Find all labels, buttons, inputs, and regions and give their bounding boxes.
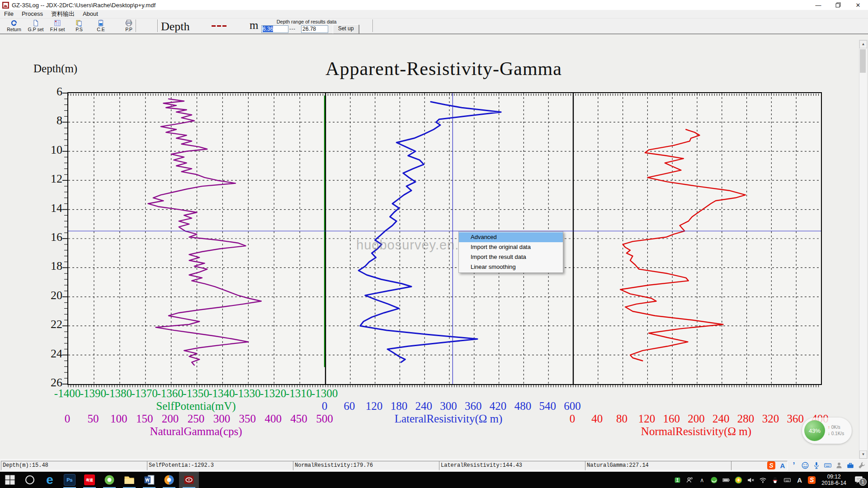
axis-tick-label: 180: [391, 400, 408, 413]
set-up-button[interactable]: Set up: [333, 24, 359, 34]
chevron-up-icon[interactable]: ∧: [696, 472, 708, 488]
keyboard-blue-icon: [824, 461, 832, 469]
qq-icon: [771, 476, 779, 484]
toolbar-button-fhset[interactable]: F.H set: [47, 19, 68, 33]
plusball-icon[interactable]: [732, 472, 745, 488]
net-speed-widget[interactable]: 43% ↑ 0K/s ↓ 0.1K/s: [802, 418, 852, 444]
menu-bar: FileProcess资料输出About: [0, 10, 868, 19]
toolbar-button-return[interactable]: Return: [4, 19, 24, 33]
app-logo-icon: [2, 2, 9, 9]
menu-item-about[interactable]: About: [79, 10, 102, 18]
axis-tick-label: 60: [344, 400, 355, 413]
title-bar: GZ-3SLog -- JDX-2DrC:\Users\Rache\Deskto…: [0, 0, 868, 10]
people-icon: [686, 476, 693, 484]
menu-item-file[interactable]: File: [0, 10, 18, 18]
status-panel-1: SelfPotentia:-1292.3: [147, 461, 294, 470]
keyboard-blue-icon[interactable]: [823, 460, 833, 470]
smiley-icon[interactable]: [800, 460, 810, 470]
taskbar-360-browser[interactable]: [99, 472, 119, 488]
context-menu-item-import-the-result-data[interactable]: Import the result data: [459, 252, 563, 262]
sogou-icon[interactable]: S: [766, 460, 776, 470]
depth-tick-label: 24: [36, 347, 62, 360]
speaker-muted-icon[interactable]: [745, 472, 757, 488]
usb-icon[interactable]: [671, 472, 684, 488]
sogou-icon: S: [808, 476, 816, 484]
toolbar-separator: [136, 19, 137, 32]
chart-title: Apparent-Resistivity-Gamma: [67, 58, 820, 80]
taskbar-file-explorer[interactable]: [119, 472, 139, 488]
axis-tick-label: -1330: [234, 387, 260, 400]
range-from-input[interactable]: 6.36: [261, 25, 288, 33]
range-separator: ---: [289, 26, 296, 31]
context-menu-item-import-the-original-data[interactable]: Import the original data: [459, 242, 563, 252]
status-bar: Depth(m):15.48SelfPotentia:-1292.3Normal…: [0, 459, 868, 472]
cortana-button[interactable]: [20, 472, 40, 488]
axis-tick-label: 540: [539, 400, 556, 413]
person-icon[interactable]: [834, 460, 844, 470]
taskbar-tencent-browser[interactable]: [159, 472, 179, 488]
minimize-button[interactable]: —: [808, 0, 828, 10]
axis-tick-label: -1380: [106, 387, 132, 400]
axis-title-green: SelfPotentia(mV): [156, 400, 236, 413]
toolbox-icon[interactable]: [845, 460, 855, 470]
letter-a-white-icon[interactable]: A: [793, 472, 806, 488]
toolbox-icon: [846, 461, 854, 469]
person-icon: [835, 461, 843, 469]
context-menu-item-linear-smoothing[interactable]: Linear smoothing: [459, 262, 563, 272]
depth-legend-dashes: [212, 25, 226, 27]
printer-icon: [125, 19, 132, 27]
chart-client-area: Apparent-Resistivity-Gamma Depth(m) 6810…: [0, 34, 868, 460]
axis-tick-label: 50: [87, 413, 99, 425]
window-title: GZ-3SLog -- JDX-2DrC:\Users\Rache\Deskto…: [12, 2, 156, 9]
notification-badge: 1: [859, 478, 867, 486]
app-window: GZ-3SLog -- JDX-2DrC:\Users\Rache\Deskto…: [0, 0, 868, 488]
wrench-icon[interactable]: [857, 460, 867, 470]
document-icon: [32, 19, 39, 27]
toolbar-button-gpset[interactable]: G.P set: [25, 19, 46, 33]
axis-tick-label: 320: [762, 413, 779, 425]
menu-item-资料输出[interactable]: 资料输出: [47, 10, 79, 18]
axis-tick-label: -1300: [311, 387, 338, 400]
restore-button[interactable]: [828, 0, 848, 10]
depth-axis-title: Depth(m): [33, 62, 77, 75]
speaker-muted-icon: [747, 476, 755, 484]
axis-tick-label: 480: [514, 400, 532, 413]
taskbar-gz3slog[interactable]: [179, 472, 199, 488]
download-speed: ↓ 0.1K/s: [828, 431, 844, 437]
battery-icon[interactable]: [720, 472, 732, 488]
axis-title-purple: NaturalGamma(cps): [150, 425, 242, 438]
taskbar-photoshop[interactable]: Ps: [60, 472, 80, 488]
keyboard-icon[interactable]: [781, 472, 793, 488]
toolbar-button-ce[interactable]: C.E: [90, 19, 111, 33]
letter-a-icon[interactable]: A: [778, 460, 788, 470]
taskbar-word[interactable]: [139, 472, 159, 488]
people-icon[interactable]: [684, 472, 696, 488]
microphone-icon[interactable]: [811, 460, 821, 470]
menu-item-process[interactable]: Process: [18, 10, 47, 18]
taskbar-youdao[interactable]: 有道: [80, 472, 99, 488]
taskbar-clock[interactable]: 09:12 2018-6-14: [818, 474, 850, 486]
apostrophe-icon[interactable]: ’: [789, 460, 799, 470]
qq-icon[interactable]: [769, 472, 781, 488]
wifi-icon[interactable]: [757, 472, 769, 488]
range-to-input[interactable]: 26.78: [301, 25, 328, 33]
depth-tick-label: 8: [36, 114, 62, 127]
sogou-icon[interactable]: S: [806, 472, 818, 488]
ball360-icon[interactable]: [708, 472, 720, 488]
context-menu: AdvancedImport the original dataImport t…: [458, 231, 563, 273]
toolbar-button-ps[interactable]: P.S: [69, 19, 90, 33]
axis-tick-label: -1370: [132, 387, 158, 400]
close-button[interactable]: ✕: [848, 0, 868, 10]
scrollbar-thumb[interactable]: [860, 49, 866, 73]
context-menu-item-advanced[interactable]: Advanced: [459, 232, 563, 242]
scroll-up-button[interactable]: ▲: [859, 40, 867, 48]
taskbar-apps: ePs有道: [0, 472, 199, 488]
scroll-down-button[interactable]: ▼: [859, 450, 867, 459]
smiley-icon: [801, 461, 809, 469]
microphone-icon: [812, 461, 821, 469]
axis-tick-label: 160: [663, 413, 680, 425]
taskbar-edge[interactable]: e: [40, 472, 60, 488]
start-button[interactable]: [0, 472, 20, 488]
action-center-button[interactable]: 1: [850, 472, 868, 488]
vertical-scrollbar[interactable]: ▲ ▼: [859, 40, 868, 459]
